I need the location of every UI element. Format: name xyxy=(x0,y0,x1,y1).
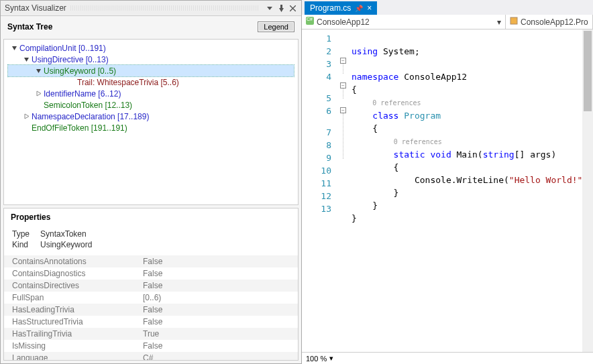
property-row[interactable]: FullSpan[0..6) xyxy=(4,292,298,304)
property-row[interactable]: HasTrailingTriviaTrue xyxy=(4,328,298,340)
codelens-refs[interactable]: 0 references xyxy=(372,99,421,107)
fold-toggle[interactable]: − xyxy=(340,58,346,64)
tree-node[interactable]: IdentifierName [6..12) xyxy=(8,88,294,99)
properties-summary: TypeSyntaxToken KindUsingKeyword xyxy=(4,226,298,255)
caret-down-icon[interactable] xyxy=(11,44,18,52)
editor-scrollbar[interactable] xyxy=(582,29,593,352)
line-number-gutter: 12345678910111213 xyxy=(302,29,338,215)
property-key: ContainsAnnotations xyxy=(12,257,143,266)
property-value: False xyxy=(143,305,162,314)
document-tab-bar: Program.cs 📌 × xyxy=(302,0,593,15)
properties-pane: Properties TypeSyntaxToken KindUsingKeyw… xyxy=(3,208,299,361)
caret-right-icon[interactable] xyxy=(35,90,42,97)
tree-section-header: Syntax Tree Legend xyxy=(1,16,301,38)
tree-node[interactable]: Trail: WhitespaceTrivia [5..6) xyxy=(8,76,294,88)
csharp-project-icon xyxy=(306,17,314,25)
caret-right-icon[interactable] xyxy=(23,113,30,120)
document-tab-label: Program.cs xyxy=(310,3,351,13)
property-row[interactable]: ContainsAnnotationsFalse xyxy=(4,255,298,267)
property-value: C# xyxy=(143,353,153,360)
tree-node-label: IdentifierName [6..12) xyxy=(44,89,121,99)
caret-none xyxy=(35,101,42,109)
tree-node-label: EndOfFileToken [191..191) xyxy=(32,123,127,133)
tree-node[interactable]: NamespaceDeclaration [17..189) xyxy=(8,111,294,122)
nav-project-dropdown[interactable]: ConsoleApp12 ▾ xyxy=(302,15,506,29)
property-key: HasTrailingTrivia xyxy=(12,329,143,339)
property-value: [0..6) xyxy=(143,293,161,302)
tree-section-title: Syntax Tree xyxy=(7,22,52,32)
property-key: HasStructuredTrivia xyxy=(12,317,143,326)
property-key: FullSpan xyxy=(12,293,143,302)
syntax-tree[interactable]: CompilationUnit [0..191)UsingDirective [… xyxy=(3,39,299,205)
property-value: False xyxy=(143,317,162,326)
panel-title: Syntax Visualizer xyxy=(5,3,66,13)
tree-node-label: Trail: WhitespaceTrivia [5..6) xyxy=(77,78,179,87)
pin-tab-icon[interactable]: 📌 xyxy=(355,5,363,12)
tree-node-label: NamespaceDeclaration [17..189) xyxy=(32,112,149,121)
document-tab[interactable]: Program.cs 📌 × xyxy=(305,1,377,15)
property-key: ContainsDirectives xyxy=(12,281,143,290)
properties-header: Properties xyxy=(4,208,298,226)
prop-type-label: Type xyxy=(12,229,40,239)
tree-node[interactable]: UsingKeyword [0..5) xyxy=(8,65,294,76)
codelens-refs[interactable]: 0 references xyxy=(394,138,442,145)
caret-down-icon[interactable] xyxy=(23,56,30,63)
prop-type-value: SyntaxToken xyxy=(40,229,87,239)
tree-node-label: UsingKeyword [0..5) xyxy=(44,66,116,76)
property-row[interactable]: HasStructuredTriviaFalse xyxy=(4,316,298,328)
property-value: False xyxy=(143,257,162,266)
fold-toggle[interactable]: − xyxy=(340,82,346,88)
code-content[interactable]: using System; namespace ConsoleApp12 { 0… xyxy=(352,32,593,225)
property-key: ContainsDiagnostics xyxy=(12,269,143,278)
property-value: False xyxy=(143,281,162,290)
tree-node[interactable]: UsingDirective [0..13) xyxy=(8,54,294,65)
property-value: True xyxy=(143,329,159,339)
property-row[interactable]: ContainsDiagnosticsFalse xyxy=(4,267,298,280)
property-value: False xyxy=(143,341,162,351)
panel-grip[interactable] xyxy=(70,5,259,11)
nav-dropdown-bar: ConsoleApp12 ▾ ConsoleApp12.Pro xyxy=(302,15,593,29)
tree-node-label: SemicolonToken [12..13) xyxy=(44,101,132,110)
prop-kind-value: UsingKeyword xyxy=(40,240,92,249)
tree-node-label: CompilationUnit [0..191) xyxy=(19,44,106,53)
property-row[interactable]: ContainsDirectivesFalse xyxy=(4,280,298,292)
pin-icon[interactable] xyxy=(276,3,286,13)
svg-rect-0 xyxy=(510,17,517,24)
chevron-down-icon: ▾ xyxy=(497,17,501,27)
caret-none xyxy=(68,78,76,86)
property-key: Language xyxy=(12,353,143,360)
tree-node[interactable]: CompilationUnit [0..191) xyxy=(8,42,294,54)
close-tab-icon[interactable]: × xyxy=(367,3,372,13)
syntax-visualizer-panel: Syntax Visualizer Syntax Tree Legend Com… xyxy=(0,0,302,364)
panel-titlebar: Syntax Visualizer xyxy=(1,1,301,16)
editor-panel: Program.cs 📌 × ConsoleApp12 ▾ ConsoleApp… xyxy=(302,0,593,364)
property-row[interactable]: HasLeadingTriviaFalse xyxy=(4,304,298,316)
close-icon[interactable] xyxy=(288,3,297,13)
class-icon xyxy=(510,17,518,25)
legend-button[interactable]: Legend xyxy=(258,21,294,32)
chevron-down-icon: ▾ xyxy=(329,354,333,363)
fold-column[interactable]: − − − xyxy=(338,29,349,159)
nav-class-dropdown[interactable]: ConsoleApp12.Pro xyxy=(506,15,593,29)
zoom-control[interactable]: 100 % ▾ xyxy=(302,352,593,364)
property-key: IsMissing xyxy=(12,341,143,351)
property-key: HasLeadingTrivia xyxy=(12,305,143,314)
caret-none xyxy=(23,124,30,131)
tree-node[interactable]: EndOfFileToken [191..191) xyxy=(8,122,294,133)
tree-node-label: UsingDirective [0..13) xyxy=(32,55,109,64)
property-row[interactable]: LanguageC# xyxy=(4,352,298,360)
caret-down-icon[interactable] xyxy=(35,67,42,74)
code-editor[interactable]: 12345678910111213 − − − using System; na… xyxy=(302,29,593,352)
prop-kind-label: Kind xyxy=(12,240,40,249)
fold-toggle[interactable]: − xyxy=(340,107,346,113)
property-value: False xyxy=(143,269,162,278)
property-row[interactable]: IsMissingFalse xyxy=(4,340,298,352)
tree-node[interactable]: SemicolonToken [12..13) xyxy=(8,99,294,111)
properties-grid[interactable]: ContainsAnnotationsFalseContainsDiagnost… xyxy=(4,255,298,360)
dropdown-icon[interactable] xyxy=(265,3,274,13)
